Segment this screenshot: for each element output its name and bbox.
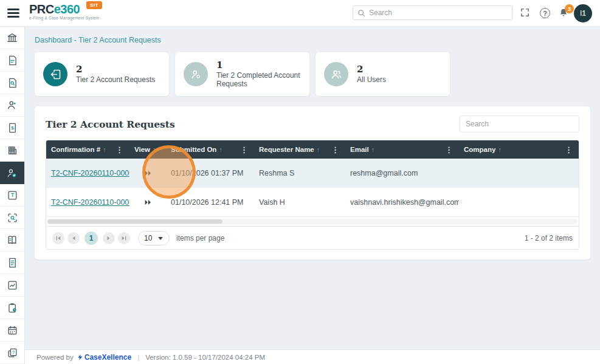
svg-text:T: T bbox=[10, 192, 13, 198]
sort-asc-icon: ↑ bbox=[371, 146, 375, 153]
column-menu-icon[interactable]: ⋮ bbox=[239, 145, 249, 154]
requester-name-cell: Vaish H bbox=[254, 198, 345, 207]
first-page-button[interactable] bbox=[52, 232, 64, 244]
sidebar-item-scheduled-tasks[interactable] bbox=[0, 297, 24, 319]
next-page-button[interactable] bbox=[103, 232, 115, 244]
file-search-icon bbox=[7, 77, 18, 89]
page-number-button[interactable]: 1 bbox=[84, 232, 98, 245]
powered-by-label: Powered by bbox=[36, 354, 74, 361]
main-content: Dashboard - Tier 2 Account Requests 2 Ti… bbox=[25, 27, 600, 349]
account-request-icon bbox=[43, 62, 67, 86]
users-icon bbox=[324, 62, 348, 86]
stat-cards-row: 2 Tier 2 Account Requests 1 Tier 2 Compl… bbox=[35, 52, 590, 96]
sidebar-item-record-search[interactable] bbox=[0, 207, 24, 229]
stat-value: 1 bbox=[216, 60, 301, 71]
table-header-row: Confirmation # ↑ ⋮ View ↑ Submitted On ↑… bbox=[46, 140, 579, 159]
sidebar-item-calendar[interactable] bbox=[0, 319, 24, 342]
table-search-input[interactable] bbox=[460, 115, 579, 132]
sidebar-item-users[interactable] bbox=[0, 94, 24, 117]
column-menu-icon[interactable]: ⋮ bbox=[330, 145, 340, 154]
scrollbar-thumb[interactable] bbox=[47, 219, 222, 224]
scan-search-icon bbox=[7, 212, 18, 224]
notifications-bell-icon[interactable]: 3 bbox=[558, 7, 570, 19]
calendar-icon bbox=[7, 325, 18, 336]
sidebar-item-reports[interactable] bbox=[0, 252, 24, 274]
svg-text:?: ? bbox=[12, 349, 14, 354]
sidebar-item-organizations[interactable] bbox=[0, 139, 24, 162]
submitted-on-cell: 01/10/2026 01:37 PM bbox=[166, 169, 254, 177]
logo-text-accent: e360 bbox=[54, 2, 80, 16]
svg-text:$: $ bbox=[11, 125, 14, 131]
stat-card-all-users[interactable]: 2 All Users bbox=[316, 52, 450, 96]
previous-page-button[interactable] bbox=[67, 232, 80, 244]
items-per-page-label: items per page bbox=[176, 234, 224, 242]
sidebar-item-analytics[interactable] bbox=[0, 274, 24, 297]
table-row: T2-CNF-20260110-000002 01/10/2026 12:41 … bbox=[46, 188, 579, 217]
column-menu-icon[interactable]: ⋮ bbox=[444, 145, 454, 154]
environment-badge: SIT bbox=[86, 1, 102, 9]
search-icon bbox=[357, 9, 365, 17]
sort-asc-icon: ↑ bbox=[103, 146, 106, 153]
submitted-on-cell: 01/10/2026 12:41 PM bbox=[166, 198, 254, 207]
column-menu-icon[interactable]: ⋮ bbox=[564, 145, 574, 154]
help-pages-icon: ? bbox=[7, 347, 18, 359]
page-size-select[interactable]: 10 bbox=[138, 231, 170, 246]
sidebar-item-tier2-account-requests[interactable] bbox=[0, 162, 24, 184]
sidebar-item-billing[interactable]: $ bbox=[0, 117, 24, 139]
sidebar-item-text-templates[interactable]: T bbox=[0, 184, 24, 207]
global-search bbox=[353, 5, 512, 20]
breadcrumb[interactable]: Dashboard - Tier 2 Account Requests bbox=[35, 36, 600, 44]
sidebar-item-documents[interactable] bbox=[0, 49, 24, 72]
invoice-icon: $ bbox=[7, 122, 18, 134]
user-icon bbox=[6, 99, 18, 111]
global-search-input[interactable] bbox=[369, 9, 508, 17]
footer-divider: | bbox=[137, 354, 139, 361]
stat-label: Tier 2 Account Requests bbox=[76, 75, 155, 84]
building-icon bbox=[7, 145, 18, 156]
sidebar-item-institutions[interactable] bbox=[0, 27, 24, 49]
sort-asc-icon: ↑ bbox=[498, 146, 502, 153]
bank-icon bbox=[6, 32, 18, 44]
stat-label: All Users bbox=[357, 75, 386, 84]
app-root: PRCe360 e-Filing & Case Management Syste… bbox=[0, 0, 600, 364]
sidebar-item-help[interactable]: ? bbox=[0, 342, 24, 364]
horizontal-scrollbar bbox=[47, 219, 578, 224]
casexellence-icon bbox=[77, 354, 83, 361]
view-record-icon[interactable] bbox=[129, 170, 166, 177]
stat-card-tier2-requests[interactable]: 2 Tier 2 Account Requests bbox=[35, 52, 169, 96]
user-avatar[interactable]: I1 bbox=[574, 4, 592, 22]
fullscreen-icon[interactable] bbox=[520, 7, 532, 19]
open-book-icon bbox=[6, 234, 18, 246]
sidebar-nav: $ T ? bbox=[0, 27, 25, 364]
column-menu-icon[interactable]: ⋮ bbox=[114, 145, 125, 154]
table-row: T2-CNF-20260110-000003 01/10/2026 01:37 … bbox=[46, 159, 579, 188]
notification-count-badge: 3 bbox=[565, 4, 574, 13]
sidebar-item-file-search[interactable] bbox=[0, 72, 24, 94]
requests-table: Confirmation # ↑ ⋮ View ↑ Submitted On ↑… bbox=[46, 140, 579, 250]
menu-icon[interactable] bbox=[7, 9, 19, 18]
help-icon[interactable]: ? bbox=[540, 8, 552, 20]
clipboard-clock-icon bbox=[7, 302, 18, 314]
column-header-company: Company ↑ ⋮ bbox=[459, 140, 579, 159]
column-header-confirmation: Confirmation # ↑ ⋮ bbox=[46, 140, 129, 159]
sidebar-item-knowledge-base[interactable] bbox=[0, 229, 24, 252]
view-record-icon[interactable] bbox=[129, 199, 166, 206]
pager-summary: 1 - 2 of 2 items bbox=[525, 234, 573, 242]
tier2-requests-panel: Tier 2 Account Requests Confirmation # ↑… bbox=[35, 106, 590, 259]
chevron-down-icon bbox=[158, 237, 163, 240]
panel-title: Tier 2 Account Requests bbox=[46, 118, 175, 130]
top-bar: PRCe360 e-Filing & Case Management Syste… bbox=[0, 0, 600, 27]
confirmation-link[interactable]: T2-CNF-20260110-000003 bbox=[51, 169, 129, 177]
column-header-requester-name: Requester Name ↑ ⋮ bbox=[254, 140, 345, 159]
stat-card-completed-requests[interactable]: 1 Tier 2 Completed Account Requests bbox=[175, 52, 309, 96]
file-lines-icon bbox=[7, 257, 18, 269]
stat-label: Tier 2 Completed Account Requests bbox=[216, 71, 301, 89]
chart-icon bbox=[7, 280, 18, 291]
last-page-button[interactable] bbox=[118, 232, 130, 244]
footer-bar: Powered by CaseXellence | Version: 1.0.5… bbox=[25, 349, 600, 364]
user-settings-icon bbox=[6, 167, 18, 179]
confirmation-link[interactable]: T2-CNF-20260110-000002 bbox=[51, 198, 129, 207]
casexellence-logo[interactable]: CaseXellence bbox=[77, 353, 131, 362]
user-check-icon bbox=[184, 62, 208, 86]
sort-asc-icon: ↑ bbox=[219, 146, 222, 153]
